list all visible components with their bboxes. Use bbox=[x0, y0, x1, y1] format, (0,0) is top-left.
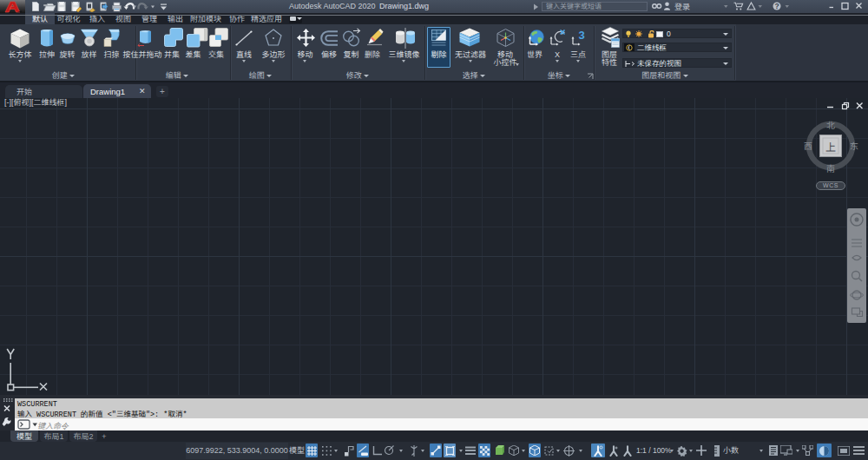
svg-text:西: 西 bbox=[804, 139, 812, 152]
svg-text:北: 北 bbox=[826, 118, 835, 131]
svg-text:3: 3 bbox=[578, 29, 584, 42]
svg-text:东: 东 bbox=[850, 139, 858, 152]
svg-text:上: 上 bbox=[825, 139, 836, 154]
svg-text:南: 南 bbox=[826, 161, 835, 174]
svg-text:?: ? bbox=[774, 2, 779, 10]
